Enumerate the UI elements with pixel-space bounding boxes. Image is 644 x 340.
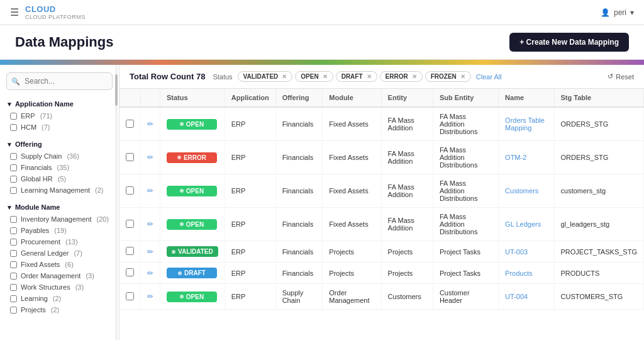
- user-menu[interactable]: 👤 peri ▾: [601, 8, 634, 17]
- table-row: ✏ERRORERPFinancialsFixed AssetsFA Mass A…: [119, 141, 644, 174]
- filter-checkbox[interactable]: [10, 227, 17, 234]
- row-application-cell: ERP: [225, 263, 275, 284]
- filter-item[interactable]: Inventory Management(20): [0, 213, 119, 225]
- filter-section-application-name: ▼ Application NameERP(71)HCM(7): [0, 98, 119, 133]
- filter-checkbox[interactable]: [10, 124, 17, 131]
- filter-item[interactable]: Learning Management(2): [0, 184, 119, 196]
- filter-item[interactable]: Learning(2): [0, 293, 119, 304]
- row-status-cell: OPEN: [160, 174, 225, 208]
- page-header: Data Mappings + Create New Data Mapping: [0, 25, 644, 60]
- tag-label: ERROR: [386, 73, 408, 80]
- remove-tag-button[interactable]: ✕: [412, 73, 417, 80]
- filter-checkbox[interactable]: [10, 261, 17, 268]
- filter-item[interactable]: General Ledger(7): [0, 247, 119, 259]
- row-module-cell: Projects: [323, 263, 381, 284]
- filter-item[interactable]: Procurement(13): [0, 236, 119, 247]
- filter-checkbox[interactable]: [10, 216, 17, 223]
- remove-tag-button[interactable]: ✕: [367, 73, 372, 80]
- top-nav: ☰ CLOUD CLOUD PLATFORMS 👤 peri ▾: [0, 0, 644, 25]
- filter-checkbox[interactable]: [10, 273, 17, 280]
- section-title-module-name[interactable]: ▼ Module Name: [0, 201, 119, 213]
- remove-tag-button[interactable]: ✕: [460, 73, 465, 80]
- edit-icon[interactable]: ✏: [147, 247, 153, 256]
- filter-count: (2): [95, 186, 103, 194]
- row-sub-entity-cell: FA Mass Addition Distributions: [433, 208, 498, 241]
- badge-dot: [180, 122, 184, 126]
- section-title-offering[interactable]: ▼ Offering: [0, 138, 119, 150]
- filter-item[interactable]: Order Management(3): [0, 270, 119, 281]
- row-edit-cell: ✏: [141, 174, 160, 208]
- filter-item[interactable]: Payables(19): [0, 225, 119, 236]
- filter-item[interactable]: Supply Chain(36): [0, 150, 119, 162]
- filter-label: Global HR: [21, 175, 53, 183]
- filter-checkbox[interactable]: [10, 164, 17, 171]
- filter-item[interactable]: Projects(2): [0, 304, 119, 315]
- name-link[interactable]: GL Ledgers: [505, 220, 541, 228]
- filter-checkbox[interactable]: [10, 176, 17, 183]
- row-checkbox[interactable]: [126, 153, 134, 161]
- filter-checkbox[interactable]: [10, 113, 17, 120]
- filter-label: Inventory Management: [21, 215, 92, 223]
- clear-all-button[interactable]: Clear All: [476, 73, 502, 81]
- name-link[interactable]: Orders Table Mapping: [505, 116, 545, 132]
- edit-icon[interactable]: ✏: [147, 220, 153, 229]
- row-checkbox[interactable]: [126, 186, 134, 195]
- filter-checkbox[interactable]: [10, 239, 17, 246]
- edit-icon[interactable]: ✏: [147, 269, 153, 278]
- filter-count: (13): [65, 238, 78, 246]
- row-checkbox[interactable]: [126, 268, 134, 276]
- filter-label: HCM: [21, 123, 36, 131]
- filter-checkbox[interactable]: [10, 307, 17, 314]
- row-module-cell: Fixed Assets: [323, 208, 381, 241]
- col-header-offering: Offering: [275, 89, 323, 107]
- name-link[interactable]: Customers: [505, 187, 538, 195]
- row-edit-cell: ✏: [141, 241, 160, 263]
- sidebar-search-container: 🔍: [6, 72, 113, 90]
- filter-checkbox[interactable]: [10, 295, 17, 302]
- edit-icon[interactable]: ✏: [147, 120, 153, 128]
- filter-item[interactable]: ERP(71): [0, 110, 119, 122]
- row-sub-entity-cell: FA Mass Addition Distributions: [433, 174, 498, 208]
- filter-item[interactable]: Fixed Assets(6): [0, 259, 119, 270]
- row-checkbox[interactable]: [126, 120, 134, 128]
- menu-icon[interactable]: ☰: [10, 6, 19, 18]
- row-stg-table-cell: ORDERS_STG: [554, 107, 643, 141]
- row-checkbox[interactable]: [126, 247, 134, 255]
- row-checkbox[interactable]: [126, 220, 134, 228]
- filter-item[interactable]: Global HR(5): [0, 173, 119, 184]
- row-status-cell: OPEN: [160, 284, 225, 310]
- filter-checkbox[interactable]: [10, 250, 17, 257]
- decorative-banner: [0, 60, 644, 65]
- filter-item[interactable]: Financials(35): [0, 162, 119, 173]
- row-checkbox[interactable]: [126, 292, 134, 300]
- reset-button[interactable]: ↺ Reset: [608, 72, 634, 81]
- edit-icon[interactable]: ✏: [147, 153, 153, 162]
- filter-checkbox[interactable]: [10, 284, 17, 291]
- remove-tag-button[interactable]: ✕: [323, 73, 328, 80]
- filter-section-offering: ▼ OfferingSupply Chain(36)Financials(35)…: [0, 138, 119, 196]
- filter-checkbox[interactable]: [10, 187, 17, 194]
- arrow-icon: ▼: [6, 101, 13, 108]
- name-link[interactable]: OTM-2: [505, 154, 526, 161]
- row-offering-cell: Financials: [275, 208, 323, 241]
- filter-checkbox[interactable]: [10, 153, 17, 160]
- row-application-cell: ERP: [225, 241, 275, 263]
- filter-item[interactable]: Work Structures(3): [0, 281, 119, 293]
- name-link[interactable]: Products: [505, 269, 532, 277]
- edit-icon[interactable]: ✏: [147, 292, 153, 301]
- edit-icon[interactable]: ✏: [147, 186, 153, 195]
- remove-tag-button[interactable]: ✕: [282, 73, 287, 80]
- row-entity-cell: FA Mass Addition: [381, 107, 433, 141]
- user-icon: 👤: [601, 8, 610, 17]
- table-row: ✏VALIDATEDERPFinancialsProjectsProjectsP…: [119, 241, 644, 263]
- reset-icon: ↺: [608, 72, 613, 81]
- create-mapping-button[interactable]: + Create New Data Mapping: [509, 33, 629, 52]
- name-link[interactable]: UT-003: [505, 248, 528, 256]
- name-link[interactable]: UT-004: [505, 293, 528, 300]
- search-input[interactable]: [6, 72, 113, 90]
- scrollbar-thumb[interactable]: [115, 74, 118, 106]
- row-stg-table-cell: PROJECT_TASKS_STG: [554, 241, 643, 263]
- row-checkbox-cell: [119, 241, 141, 263]
- filter-item[interactable]: HCM(7): [0, 122, 119, 133]
- section-title-application-name[interactable]: ▼ Application Name: [0, 98, 119, 110]
